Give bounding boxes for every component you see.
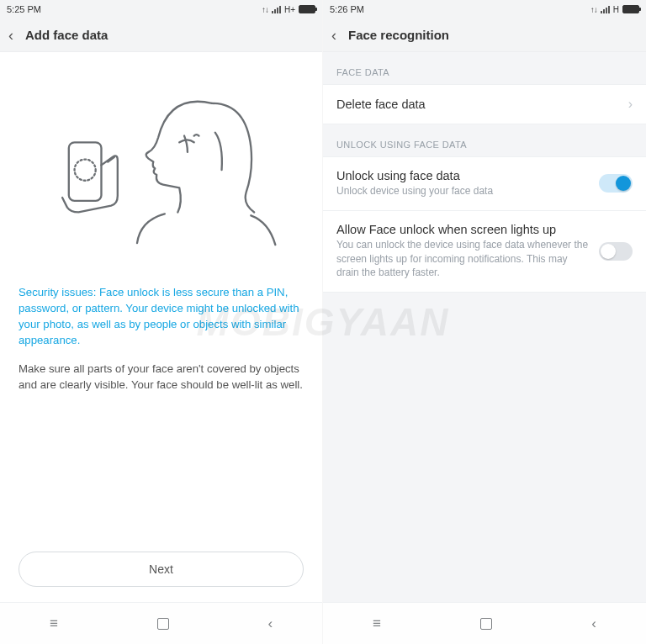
header-bar: ‹ Face recognition	[323, 18, 646, 52]
row-sublabel: Unlock device using your face data	[336, 184, 589, 198]
header-bar: ‹ Add face data	[0, 18, 322, 52]
face-illustration	[19, 71, 304, 277]
settings-list: FACE DATA Delete face data › UNLOCK USIN…	[323, 52, 646, 644]
chevron-right-icon: ›	[628, 97, 633, 112]
battery-icon	[299, 5, 315, 13]
status-time: 5:26 PM	[330, 4, 364, 14]
section-header-unlock: UNLOCK USING FACE DATA	[323, 124, 646, 156]
nav-home-icon[interactable]	[480, 618, 492, 630]
svg-point-1	[74, 160, 95, 181]
row-delete-face-data[interactable]: Delete face data ›	[323, 84, 646, 124]
nav-bar: ≡ ‹	[0, 602, 322, 644]
screen-add-face-data: 5:25 PM ↑↓ H+ ‹ Add face data	[0, 0, 323, 644]
signal-icon	[601, 5, 610, 13]
security-warning-text: Security issues: Face unlock is less sec…	[19, 284, 304, 349]
nav-bar: ≡ ‹	[323, 602, 646, 644]
network-label: H	[613, 5, 619, 14]
row-label: Unlock using face data	[336, 169, 589, 182]
next-button[interactable]: Next	[19, 552, 304, 587]
signal-icon	[272, 5, 281, 13]
page-title: Add face data	[25, 28, 108, 42]
page-title: Face recognition	[348, 28, 449, 42]
status-right-cluster: ↑↓ H	[590, 5, 639, 14]
status-bar: 5:25 PM ↑↓ H+	[0, 0, 322, 18]
toggle-allow-face-unlock[interactable]	[599, 242, 633, 261]
screen-face-recognition: 5:26 PM ↑↓ H ‹ Face recognition FACE DAT…	[323, 0, 646, 644]
network-label: H+	[284, 5, 295, 14]
row-allow-face-unlock-screen-on[interactable]: Allow Face unlock when screen lights up …	[323, 211, 646, 293]
row-label: Delete face data	[336, 98, 618, 111]
row-unlock-using-face-data[interactable]: Unlock using face data Unlock device usi…	[323, 156, 646, 211]
nav-recents-icon[interactable]: ≡	[373, 615, 381, 632]
data-transfer-icon: ↑↓	[262, 5, 268, 14]
row-sublabel: You can unlock the device using face dat…	[336, 238, 589, 280]
nav-home-icon[interactable]	[157, 618, 169, 630]
nav-back-icon[interactable]: ‹	[591, 615, 596, 632]
back-icon[interactable]: ‹	[331, 28, 336, 43]
back-icon[interactable]: ‹	[8, 28, 13, 43]
visibility-tip-text: Make sure all parts of your face aren't …	[19, 361, 304, 393]
next-button-label: Next	[149, 562, 173, 576]
nav-recents-icon[interactable]: ≡	[50, 615, 58, 632]
toggle-unlock-face-data[interactable]	[599, 174, 633, 193]
status-time: 5:25 PM	[7, 4, 41, 14]
nav-back-icon[interactable]: ‹	[267, 615, 273, 632]
status-bar: 5:26 PM ↑↓ H	[323, 0, 646, 18]
section-header-face-data: FACE DATA	[323, 52, 646, 84]
battery-icon	[622, 5, 639, 13]
data-transfer-icon: ↑↓	[590, 5, 597, 14]
row-label: Allow Face unlock when screen lights up	[336, 223, 589, 236]
status-right-cluster: ↑↓ H+	[262, 5, 315, 14]
